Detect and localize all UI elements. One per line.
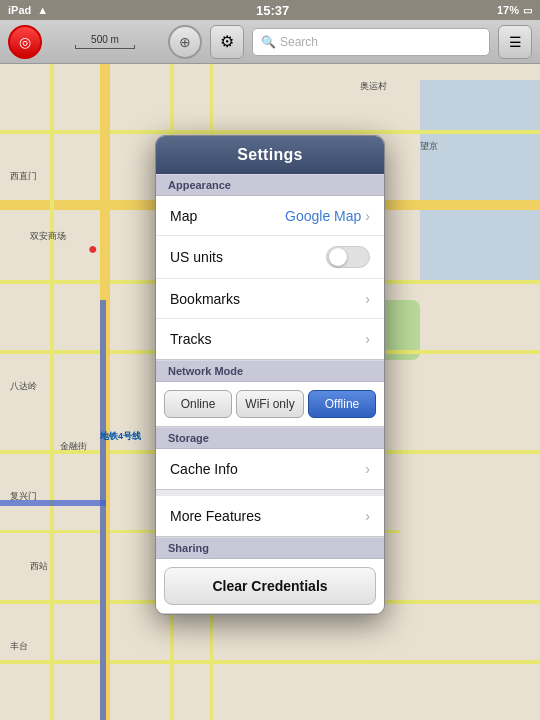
more-features-chevron: › xyxy=(365,508,370,524)
network-mode-row: Online WiFi only Offline xyxy=(156,382,384,426)
offline-button[interactable]: Offline xyxy=(308,390,376,418)
modal-overlay: Settings Appearance Map Google Map › US … xyxy=(0,0,540,720)
us-units-toggle[interactable] xyxy=(326,246,370,268)
map-label: Map xyxy=(170,208,197,224)
tracks-row[interactable]: Tracks › xyxy=(156,319,384,359)
appearance-section-header: Appearance xyxy=(156,174,384,196)
bookmarks-chevron: › xyxy=(365,291,370,307)
settings-panel: Settings Appearance Map Google Map › US … xyxy=(155,135,385,615)
settings-title: Settings xyxy=(156,136,384,174)
bookmarks-row[interactable]: Bookmarks › xyxy=(156,279,384,319)
more-features-row[interactable]: More Features › xyxy=(156,496,384,536)
tracks-label: Tracks xyxy=(170,331,211,347)
storage-group: Cache Info › xyxy=(156,449,384,490)
toggle-track xyxy=(326,246,370,268)
cache-info-chevron: › xyxy=(365,461,370,477)
cache-info-label: Cache Info xyxy=(170,461,238,477)
more-features-group: More Features › xyxy=(156,496,384,537)
clear-btn-row: Clear Credentials xyxy=(156,559,384,613)
network-mode-group: Online WiFi only Offline xyxy=(156,382,384,427)
map-value-text: Google Map xyxy=(285,208,361,224)
clear-credentials-button[interactable]: Clear Credentials xyxy=(164,567,376,605)
storage-section-header: Storage xyxy=(156,427,384,449)
sharing-group: Clear Credentials xyxy=(156,559,384,614)
cache-info-row[interactable]: Cache Info › xyxy=(156,449,384,489)
tracks-chevron: › xyxy=(365,331,370,347)
map-group: Map Google Map › US units Bookmarks › xyxy=(156,196,384,360)
us-units-label: US units xyxy=(170,249,223,265)
wifi-only-button[interactable]: WiFi only xyxy=(236,390,304,418)
network-section-header: Network Mode xyxy=(156,360,384,382)
sharing-section-header: Sharing xyxy=(156,537,384,559)
more-features-label: More Features xyxy=(170,508,261,524)
map-value: Google Map › xyxy=(285,208,370,224)
map-chevron: › xyxy=(365,208,370,224)
map-row[interactable]: Map Google Map › xyxy=(156,196,384,236)
us-units-row[interactable]: US units xyxy=(156,236,384,279)
online-button[interactable]: Online xyxy=(164,390,232,418)
toggle-thumb xyxy=(329,248,347,266)
bookmarks-label: Bookmarks xyxy=(170,291,240,307)
